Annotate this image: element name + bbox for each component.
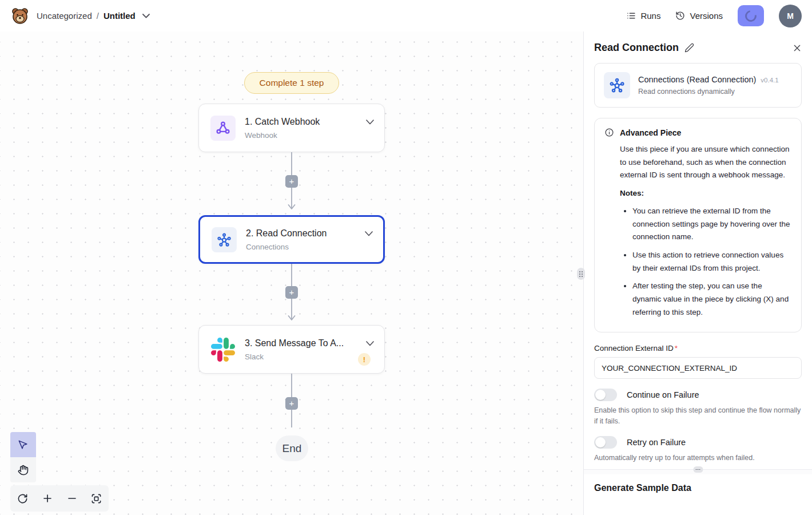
flow-end-node: End — [276, 435, 308, 461]
flow-canvas[interactable]: Complete 1 step 1. Catch Webhook Webhook… — [0, 31, 583, 515]
step-settings-panel: Read Connection Connections — [583, 31, 812, 515]
section-resize-handle[interactable] — [693, 466, 703, 473]
add-step-button[interactable]: + — [285, 286, 298, 299]
continue-on-failure-label: Continue on Failure — [627, 390, 699, 399]
breadcrumb-flow-title[interactable]: Untitled — [104, 11, 136, 21]
versions-label: Versions — [690, 11, 723, 21]
cursor-icon — [18, 439, 29, 450]
piece-description: Read connections dynamically — [638, 88, 779, 96]
runs-icon — [626, 11, 636, 21]
zoom-out-button[interactable] — [61, 487, 83, 510]
panel-resize-handle[interactable] — [577, 268, 585, 280]
add-step-button[interactable]: + — [285, 175, 298, 188]
loading-spinner-icon — [743, 8, 759, 24]
advanced-piece-info-box: Advanced Piece Use this piece if you are… — [594, 118, 802, 332]
panel-title: Read Connection — [594, 42, 679, 54]
chevron-down-icon[interactable] — [366, 120, 374, 125]
step-title: 2. Read Connection — [246, 228, 327, 238]
continue-on-failure-description: Enable this option to skip this step and… — [594, 405, 802, 426]
chevron-down-icon[interactable] — [365, 231, 373, 236]
pencil-icon — [684, 43, 694, 53]
breadcrumb-separator: / — [97, 11, 99, 21]
fit-view-icon — [91, 493, 102, 504]
note-item: After testing the step, you can use the … — [632, 280, 791, 319]
required-asterisk: * — [675, 344, 678, 352]
external-id-input[interactable] — [594, 357, 802, 379]
step-card-read-connection[interactable]: 2. Read Connection Connections — [198, 215, 385, 264]
chevron-down-icon[interactable] — [366, 341, 374, 346]
retry-on-failure-description: Automatically retry up to four attempts … — [594, 453, 802, 463]
publish-button-loading[interactable] — [738, 5, 764, 26]
canvas-mode-toolbar — [10, 432, 36, 482]
app-logo-bear-icon[interactable] — [10, 6, 30, 26]
retry-on-failure-toggle[interactable] — [594, 436, 617, 449]
refresh-icon — [17, 493, 28, 504]
chevron-down-icon[interactable] — [142, 14, 150, 18]
plus-icon — [42, 493, 53, 504]
note-item: You can retrieve the external ID from th… — [632, 205, 791, 244]
notes-heading: Notes: — [620, 189, 791, 197]
breadcrumb-folder[interactable]: Uncategorized — [37, 11, 92, 21]
add-step-button[interactable]: + — [285, 397, 298, 410]
runs-label: Runs — [640, 11, 660, 21]
reset-zoom-button[interactable] — [12, 487, 34, 510]
rename-step-button[interactable] — [684, 43, 694, 53]
piece-info-card: Connections (Read Connection) v0.4.1 Rea… — [594, 63, 802, 108]
fit-to-view-button[interactable] — [86, 487, 108, 510]
select-mode-button[interactable] — [10, 432, 36, 457]
notes-list: You can retrieve the external ID from th… — [620, 205, 791, 319]
close-panel-button[interactable] — [793, 43, 802, 53]
breadcrumb: Uncategorized / Untitled — [37, 11, 150, 21]
connections-icon — [212, 227, 237, 252]
runs-button[interactable]: Runs — [626, 11, 660, 21]
step-subtitle: Webhook — [245, 131, 357, 140]
connections-icon — [604, 72, 630, 98]
piece-version: v0.4.1 — [761, 77, 778, 84]
drag-dots-icon — [696, 469, 700, 470]
zoom-in-button[interactable] — [37, 487, 58, 510]
retry-on-failure-label: Retry on Failure — [627, 438, 686, 447]
step-warning-icon: ! — [358, 353, 371, 366]
generate-sample-data-heading: Generate Sample Data — [594, 483, 802, 493]
panel-section-divider — [584, 469, 812, 474]
step-subtitle: Slack — [245, 352, 357, 361]
close-icon — [793, 43, 802, 53]
top-bar: Uncategorized / Untitled Runs Versions — [0, 0, 812, 31]
webhook-icon — [210, 116, 236, 141]
step-subtitle: Connections — [246, 243, 356, 251]
slack-icon — [210, 337, 236, 362]
step-card-catch-webhook[interactable]: 1. Catch Webhook Webhook — [198, 104, 385, 152]
pan-mode-button[interactable] — [10, 457, 36, 482]
drag-dots-icon — [579, 271, 583, 277]
external-id-label: Connection External ID* — [594, 344, 802, 352]
note-item: Use this action to retrieve connection v… — [632, 249, 791, 275]
hand-icon — [18, 465, 29, 476]
continue-on-failure-toggle[interactable] — [594, 389, 617, 401]
versions-button[interactable]: Versions — [675, 11, 723, 21]
info-icon — [604, 128, 614, 137]
info-body: Use this piece if you are unsure which c… — [620, 143, 791, 182]
piece-name: Connections (Read Connection) — [638, 75, 756, 84]
step-title: 1. Catch Webhook — [245, 117, 320, 126]
user-avatar[interactable]: M — [779, 5, 802, 27]
step-title: 3. Send Message To A... — [245, 338, 344, 348]
minus-icon — [67, 493, 77, 504]
avatar-initial: M — [787, 11, 794, 21]
step-card-send-message-slack[interactable]: 3. Send Message To A... Slack ! — [198, 325, 385, 374]
incomplete-steps-badge[interactable]: Complete 1 step — [244, 72, 339, 94]
canvas-zoom-toolbar — [10, 485, 109, 512]
info-heading: Advanced Piece — [620, 128, 681, 137]
history-icon — [675, 11, 685, 21]
